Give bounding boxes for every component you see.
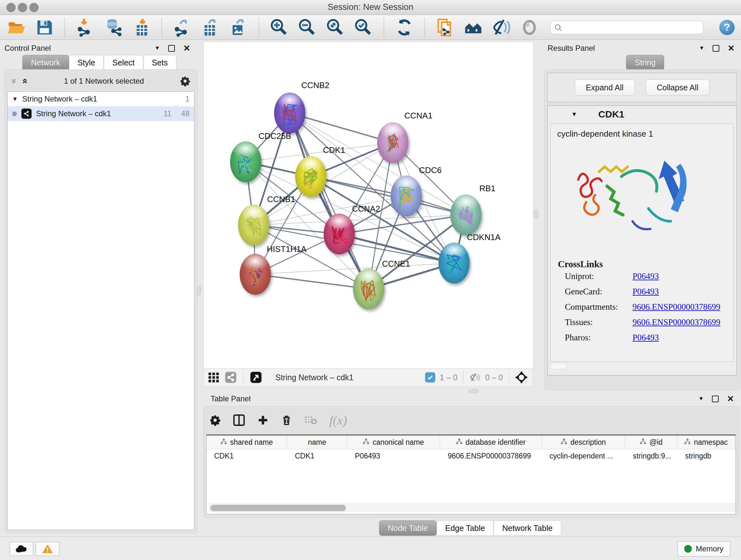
column-header-canonical-name[interactable]: canonical name bbox=[347, 435, 440, 449]
network-node-CDC6[interactable] bbox=[391, 176, 422, 216]
collapse-all-button[interactable]: Collapse All bbox=[646, 79, 710, 96]
float-panel-icon[interactable] bbox=[712, 395, 719, 402]
export-table-icon[interactable] bbox=[200, 17, 220, 37]
tab-style[interactable]: Style bbox=[69, 55, 104, 70]
column-header-name[interactable]: name bbox=[287, 435, 347, 449]
tab-network-table[interactable]: Network Table bbox=[494, 520, 561, 536]
import-table-icon[interactable] bbox=[131, 17, 151, 37]
import-network-icon[interactable] bbox=[75, 17, 95, 37]
crosslink-row: GeneCard:P06493 bbox=[565, 287, 733, 297]
warnings-button[interactable] bbox=[36, 542, 59, 556]
grid-view-icon[interactable] bbox=[208, 372, 219, 383]
show-columns-icon[interactable] bbox=[233, 414, 245, 426]
column-header-database-identifier[interactable]: database identifier bbox=[440, 435, 542, 449]
crosslink-link[interactable]: P06493 bbox=[632, 333, 659, 343]
collection-expand-icon[interactable]: ▼ bbox=[12, 96, 18, 103]
network-node-CCNB1[interactable] bbox=[238, 205, 269, 246]
network-canvas[interactable]: CCNB2CCNA1CDC25BCDK1CDC6RB1CCNB1CCNA2CDK… bbox=[203, 42, 534, 369]
add-column-icon[interactable] bbox=[257, 415, 269, 426]
cloud-status-button[interactable] bbox=[10, 542, 33, 556]
table-cell[interactable]: CDK1 bbox=[287, 449, 347, 462]
panel-menu-icon[interactable]: ▼ bbox=[154, 45, 160, 51]
zoom-fit-icon[interactable] bbox=[326, 17, 345, 37]
tab-select[interactable]: Select bbox=[104, 55, 143, 70]
tab-sets[interactable]: Sets bbox=[143, 55, 177, 70]
float-panel-icon[interactable] bbox=[713, 45, 719, 52]
network-node-RB1[interactable] bbox=[450, 194, 482, 235]
table-options-gear-icon[interactable] bbox=[209, 415, 221, 426]
table-cell[interactable]: 9606.ENSP00000378699 bbox=[440, 449, 542, 462]
panel-menu-icon[interactable]: ▼ bbox=[698, 395, 704, 402]
group-nodes-icon[interactable] bbox=[463, 17, 483, 37]
table-cell[interactable]: P06493 bbox=[347, 449, 440, 462]
tab-edge-table[interactable]: Edge Table bbox=[436, 520, 494, 536]
crosslink-link[interactable]: P06493 bbox=[632, 271, 659, 281]
tab-node-table[interactable]: Node Table bbox=[379, 520, 436, 536]
column-header-@id[interactable]: @id bbox=[625, 435, 677, 449]
toolbar-separator bbox=[64, 17, 65, 37]
zoom-selected-icon[interactable] bbox=[354, 17, 374, 37]
import-network-database-icon[interactable] bbox=[104, 17, 123, 37]
tab-string[interactable]: String bbox=[626, 55, 664, 70]
scrollbar-thumb[interactable] bbox=[210, 505, 346, 511]
network-node-CDK1[interactable] bbox=[295, 156, 327, 197]
help-icon[interactable]: ? bbox=[719, 20, 735, 35]
expand-all-button[interactable]: Expand All bbox=[575, 79, 635, 96]
clone-network-icon[interactable] bbox=[435, 17, 455, 37]
fit-content-crosshair-icon[interactable] bbox=[515, 371, 528, 384]
close-panel-icon[interactable]: ✕ bbox=[727, 394, 734, 404]
crosslink-link[interactable]: 9606.ENSP00000378699 bbox=[632, 302, 720, 312]
network-node-CCNA1[interactable] bbox=[377, 122, 408, 163]
network-node-CDC25B[interactable] bbox=[230, 141, 261, 182]
table-cell[interactable]: cyclin-dependent ... bbox=[542, 449, 625, 462]
export-network-icon[interactable] bbox=[172, 17, 192, 37]
crosslink-link[interactable]: P06493 bbox=[632, 287, 659, 297]
hidden-eye-icon[interactable] bbox=[469, 372, 481, 383]
birdseye-share-icon[interactable] bbox=[225, 371, 237, 383]
table-cell[interactable]: stringdb:9... bbox=[625, 449, 677, 462]
memory-button[interactable]: Memory bbox=[677, 541, 730, 557]
hidden-counts: 0 – 0 bbox=[485, 373, 503, 382]
open-session-icon[interactable] bbox=[6, 17, 26, 37]
table-cell[interactable]: CDK1 bbox=[206, 449, 287, 462]
table-horizontal-scrollbar[interactable] bbox=[209, 503, 736, 512]
tab-network[interactable]: Network bbox=[22, 55, 69, 70]
save-session-icon[interactable] bbox=[35, 17, 54, 37]
hide-selected-icon[interactable] bbox=[491, 17, 511, 37]
refresh-layout-icon[interactable] bbox=[394, 17, 414, 37]
network-collection-row[interactable]: ▼ String Network – cdk1 1 bbox=[8, 91, 194, 106]
network-node-CCNA2[interactable] bbox=[324, 213, 355, 254]
panel-menu-icon[interactable]: ▼ bbox=[699, 45, 704, 51]
show-all-icon[interactable] bbox=[520, 17, 539, 37]
close-panel-icon[interactable]: ✕ bbox=[183, 44, 190, 53]
column-header-description[interactable]: description bbox=[542, 435, 625, 449]
network-node-CCNE1[interactable] bbox=[353, 268, 384, 309]
column-label: shared name bbox=[230, 438, 273, 447]
network-node-CCNB2[interactable] bbox=[274, 92, 306, 133]
column-header-shared-name[interactable]: shared name bbox=[206, 435, 287, 449]
bottom-splitter-grip[interactable] bbox=[468, 389, 478, 393]
selected-nodes-checkbox-icon[interactable] bbox=[425, 372, 435, 382]
detach-view-icon[interactable] bbox=[250, 371, 262, 383]
right-splitter-grip[interactable] bbox=[534, 209, 538, 219]
network-row[interactable]: String Network – cdk1 11 48 bbox=[8, 106, 194, 121]
gene-panel-scrollbar[interactable] bbox=[550, 363, 566, 369]
network-options-gear-icon[interactable] bbox=[180, 76, 191, 86]
gene-collapse-icon[interactable]: ▼ bbox=[571, 111, 577, 118]
zoom-out-icon[interactable] bbox=[297, 17, 317, 37]
column-hierarchy-icon bbox=[561, 438, 567, 447]
export-image-icon[interactable] bbox=[228, 17, 248, 37]
zoom-in-icon[interactable] bbox=[269, 17, 289, 37]
left-splitter-grip[interactable] bbox=[197, 286, 201, 295]
column-header-namespac[interactable]: namespac bbox=[677, 435, 735, 449]
network-node-CDKN1A[interactable] bbox=[439, 243, 470, 284]
float-panel-icon[interactable] bbox=[168, 45, 175, 52]
crosslink-link[interactable]: 9606.ENSP00000378699 bbox=[632, 317, 720, 327]
search-input[interactable] bbox=[550, 21, 703, 34]
table-row[interactable]: CDK1CDK1P064939606.ENSP00000378699cyclin… bbox=[206, 449, 736, 462]
crosslink-label: Pharos: bbox=[565, 333, 632, 343]
close-panel-icon[interactable]: ✕ bbox=[728, 44, 735, 53]
delete-column-icon[interactable] bbox=[281, 415, 292, 426]
table-cell[interactable]: stringdb bbox=[677, 449, 735, 462]
network-node-HIST1H1A[interactable] bbox=[240, 254, 271, 295]
